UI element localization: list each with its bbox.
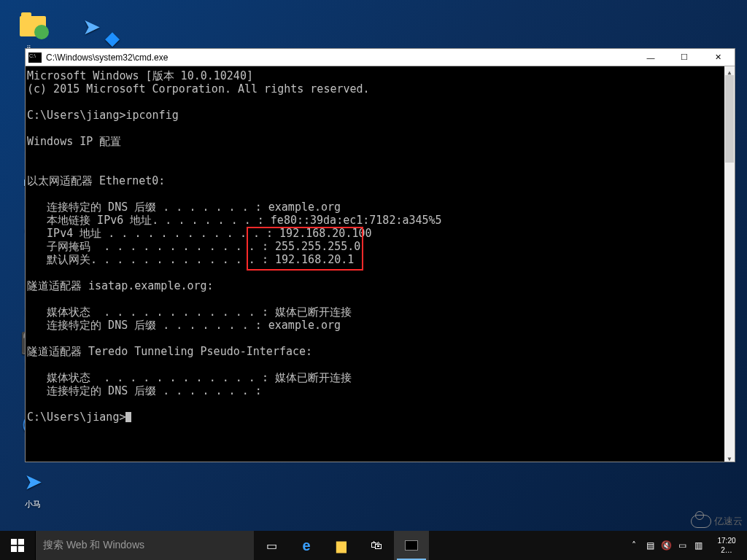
svg-rect-3: [18, 546, 24, 552]
line: 隧道适配器 Teredo Tunneling Pseudo-Interface:: [27, 345, 312, 358]
window-titlebar[interactable]: C:\Windows\system32\cmd.exe — ☐ ✕: [26, 49, 735, 66]
line: IPv4 地址 . . . . . . . . . . . . : 192.16…: [27, 227, 372, 240]
cloud-icon: [691, 515, 711, 528]
scrollbar-thumb[interactable]: [725, 75, 734, 163]
taskbar: 搜索 Web 和 Windows ▭ e ▆ 🛍 ˄ ▤ 🔇 ▭ ▥ 17:20…: [0, 531, 747, 560]
tray-action-center-icon[interactable]: ▥: [690, 540, 706, 551]
svg-rect-2: [11, 546, 17, 552]
tray-chevron-up-icon[interactable]: ˄: [626, 540, 642, 551]
terminal-output[interactable]: Microsoft Windows [版本 10.0.10240] (c) 20…: [26, 66, 735, 462]
start-button[interactable]: [0, 531, 35, 560]
line: Windows IP 配置: [27, 135, 121, 148]
edge-icon: e: [302, 537, 310, 554]
line: 连接特定的 DNS 后缀 . . . . . . . : example.org: [27, 319, 341, 332]
line: (c) 2015 Microsoft Corporation. All righ…: [27, 82, 370, 96]
tray-ime-icon[interactable]: ▭: [674, 540, 690, 551]
clock-date: 2…: [709, 545, 744, 555]
watermark: 亿速云: [691, 515, 743, 528]
taskbar-search[interactable]: 搜索 Web 和 Windows: [35, 531, 254, 560]
search-placeholder: 搜索 Web 和 Windows: [43, 539, 144, 552]
taskbar-edge[interactable]: e: [289, 531, 324, 560]
taskbar-clock[interactable]: 17:20 2…: [706, 532, 747, 559]
cmd-icon: [28, 52, 42, 63]
cmd-window: C:\Windows\system32\cmd.exe — ☐ ✕ Micros…: [25, 48, 735, 462]
scroll-up-icon[interactable]: ▲: [724, 66, 735, 75]
maximize-button[interactable]: ☐: [667, 49, 701, 66]
task-view-button[interactable]: ▭: [254, 531, 289, 560]
desktop-icon-plane[interactable]: ➤◆: [66, 12, 117, 44]
close-button[interactable]: ✕: [701, 49, 735, 66]
line: 本地链接 IPv6 地址. . . . . . . . : fe80::39da…: [27, 214, 442, 227]
svg-rect-0: [11, 539, 17, 545]
desktop-icon-user-folder[interactable]: ji…: [7, 12, 58, 52]
desktop-icon-label: 小马: [7, 499, 58, 510]
watermark-text: 亿速云: [714, 515, 743, 528]
svg-rect-1: [18, 539, 24, 545]
line: 媒体状态 . . . . . . . . . . . . : 媒体已断开连接: [27, 306, 352, 319]
line: 连接特定的 DNS 后缀 . . . . . . . :: [27, 384, 262, 397]
folder-icon: ▆: [336, 537, 347, 553]
cmd-icon: [405, 540, 418, 551]
desktop-icon-xiaoma[interactable]: ➤ 小马: [7, 467, 58, 510]
scrollbar[interactable]: ▲ ▼: [724, 66, 735, 462]
clock-time: 17:20: [709, 536, 744, 545]
system-tray: ˄ ▤ 🔇 ▭ ▥ 17:20 2…: [626, 531, 747, 560]
tray-network-icon[interactable]: ▤: [642, 540, 658, 551]
taskview-icon: ▭: [266, 539, 277, 553]
taskbar-cmd[interactable]: [394, 531, 429, 560]
line: Microsoft Windows [版本 10.0.10240]: [27, 69, 253, 82]
line: C:\Users\jiang>: [27, 411, 125, 424]
minimize-button[interactable]: —: [634, 49, 667, 66]
line: C:\Users\jiang>ipconfig: [27, 109, 179, 122]
line: 以太网适配器 Ethernet0:: [27, 174, 165, 187]
taskbar-store[interactable]: 🛍: [359, 531, 394, 560]
line: 子网掩码 . . . . . . . . . . . . : 255.255.2…: [27, 240, 360, 253]
tray-volume-icon[interactable]: 🔇: [658, 540, 674, 551]
cursor: [125, 412, 131, 422]
store-icon: 🛍: [371, 539, 382, 552]
line: 隧道适配器 isatap.example.org:: [27, 279, 214, 292]
window-title: C:\Windows\system32\cmd.exe: [46, 52, 634, 63]
taskbar-explorer[interactable]: ▆: [324, 531, 359, 560]
line: 默认网关. . . . . . . . . . . . . : 192.168.…: [27, 253, 354, 266]
line: 连接特定的 DNS 后缀 . . . . . . . : example.org: [27, 201, 341, 214]
windows-icon: [11, 539, 24, 552]
scroll-down-icon[interactable]: ▼: [724, 453, 735, 462]
line: 媒体状态 . . . . . . . . . . . . : 媒体已断开连接: [27, 371, 352, 384]
